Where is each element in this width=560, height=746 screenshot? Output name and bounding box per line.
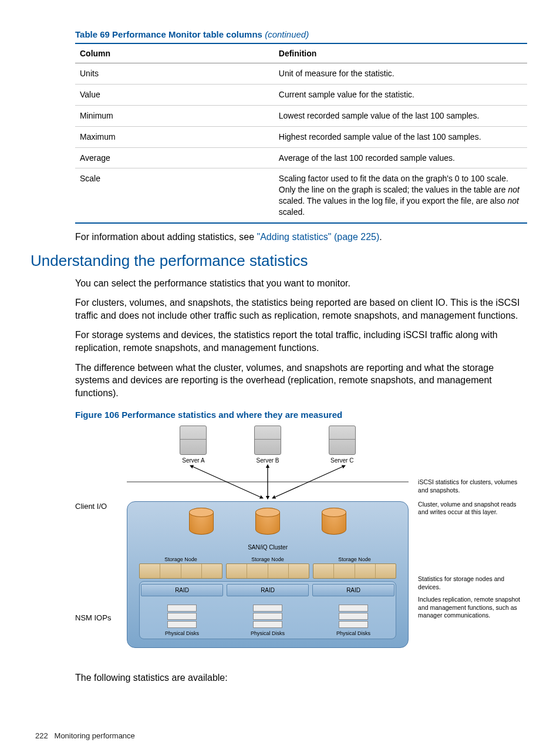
table-row: Maximum Highest recorded sample value of…	[75, 126, 527, 147]
physical-disks-label: Physical Disks	[141, 630, 223, 636]
table-row: Average Average of the last 100 recorded…	[75, 147, 527, 168]
note-includes: Includes replication, remote snapshot an…	[418, 596, 527, 620]
page-number: 222	[35, 731, 48, 740]
cell-column: Value	[75, 84, 274, 105]
cell-definition: Unit of measure for the statistic.	[274, 63, 527, 85]
diagram-side-notes: iSCSI statistics for clusters, volumes a…	[409, 426, 527, 620]
server-label: Server B	[254, 457, 281, 464]
table-69: Column Definition Units Unit of measure …	[75, 43, 527, 224]
server-label: Server A	[180, 457, 207, 464]
server-icon	[254, 426, 281, 455]
storage-node-label: Storage Node	[226, 556, 309, 562]
cell-definition: Current sample value for the statistic.	[274, 84, 527, 105]
server-label: Server C	[329, 457, 356, 464]
paragraph-link: For information about adding statistics,…	[75, 231, 527, 244]
paragraph: The difference between what the cluster,…	[75, 362, 527, 400]
paragraph-closing: The following statistics are available:	[75, 671, 527, 684]
cell-definition: Scaling factor used to fit the data on t…	[274, 168, 527, 223]
diagram-center: Server A Server B Server C	[127, 426, 409, 648]
arrows-icon	[127, 461, 409, 502]
physical-disks-label: Physical Disks	[227, 630, 309, 636]
storage-node-icon	[139, 563, 222, 579]
label-client-io: Client I/O	[75, 502, 127, 511]
section-heading: Understanding the performance statistics	[31, 252, 525, 270]
note-layer: Cluster, volume and snapshot reads and w…	[418, 501, 527, 517]
cell-column: Scale	[75, 168, 274, 223]
raid-box: RAID	[141, 584, 223, 596]
cell-column: Minimum	[75, 105, 274, 126]
cell-definition: Average of the last 100 recorded sample …	[274, 147, 527, 168]
raid-box: RAID	[312, 584, 394, 596]
th-definition: Definition	[274, 43, 527, 63]
storage-node-label: Storage Node	[139, 556, 222, 562]
paragraph: You can select the performance statistic…	[75, 277, 527, 290]
storage-node-label: Storage Node	[313, 556, 396, 562]
raid-row: RAID Physical Disks RAID Physical Disks …	[139, 581, 396, 639]
document-page: Table 69 Performance Monitor table colum…	[0, 0, 560, 746]
storage-node-icon	[313, 563, 396, 579]
raid-box: RAID	[227, 584, 309, 596]
cluster-panel: SAN/iQ Cluster Storage Node Storage Node…	[127, 501, 409, 648]
server-icon	[329, 426, 356, 455]
paragraph: For storage systems and devices, the sta…	[75, 329, 527, 354]
cell-column: Average	[75, 147, 274, 168]
figure-106: Client I/O NSM IOPs Server A Server B	[75, 426, 527, 648]
table-caption: Table 69 Performance Monitor table colum…	[75, 29, 525, 39]
cell-definition: Lowest recorded sample value of the last…	[274, 105, 527, 126]
volume-icon	[322, 508, 346, 535]
table-row: Scale Scaling factor used to fit the dat…	[75, 168, 527, 223]
table-row: Value Current sample value for the stati…	[75, 84, 527, 105]
server-icon	[180, 426, 207, 455]
diagram-left-labels: Client I/O NSM IOPs	[75, 426, 127, 622]
cell-definition: Highest recorded sample value of the las…	[274, 126, 527, 147]
storage-node: Storage Node	[139, 556, 222, 579]
link-adding-statistics[interactable]: "Adding statistics" (page 225)	[257, 232, 380, 242]
th-column: Column	[75, 43, 274, 63]
storage-node: Storage Node	[313, 556, 396, 579]
disk-stack-icon	[253, 605, 282, 628]
label-nsm-iops: NSM IOPs	[75, 613, 127, 622]
table-row: Units Unit of measure for the statistic.	[75, 63, 527, 85]
table-caption-continued: (continued)	[265, 29, 309, 39]
figure-caption: Figure 106 Performance statistics and wh…	[75, 410, 525, 420]
saniq-cluster-label: SAN/iQ Cluster	[139, 544, 396, 551]
volume-icon	[255, 508, 280, 535]
cell-column: Units	[75, 63, 274, 85]
server-c: Server C	[329, 426, 356, 464]
text: For information about adding statistics,…	[75, 232, 257, 242]
paragraph: For clusters, volumes, and snapshots, th…	[75, 296, 527, 322]
physical-disks-label: Physical Disks	[312, 630, 394, 636]
page-footer: 222 Monitoring performance	[35, 731, 525, 740]
table-caption-prefix: Table 69 Performance Monitor table colum…	[75, 29, 265, 39]
storage-node-icon	[226, 563, 309, 579]
note-storage-stats: Statistics for storage nodes and devices…	[418, 575, 527, 591]
storage-node: Storage Node	[226, 556, 309, 579]
server-a: Server A	[180, 426, 207, 464]
disk-stack-icon	[339, 605, 368, 628]
footer-title: Monitoring performance	[55, 731, 135, 740]
cell-column: Maximum	[75, 126, 274, 147]
text: .	[379, 232, 382, 242]
table-row: Minimum Lowest recorded sample value of …	[75, 105, 527, 126]
server-b: Server B	[254, 426, 281, 464]
volume-icon	[189, 508, 214, 535]
disk-stack-icon	[167, 605, 197, 628]
note-iscsi-stats: iSCSI statistics for clusters, volumes a…	[418, 478, 527, 494]
